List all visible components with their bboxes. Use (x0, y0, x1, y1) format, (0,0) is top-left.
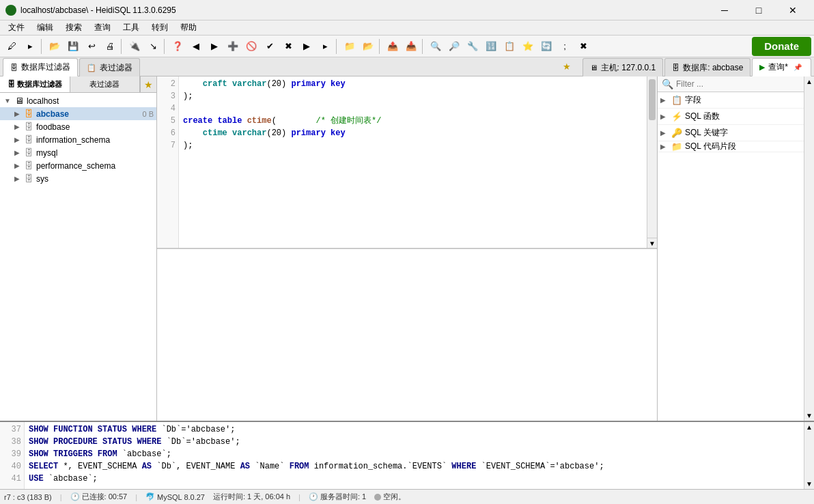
tb-list[interactable]: 📋 (501, 38, 518, 55)
tree-item-information-schema[interactable]: ▶ 🗄 information_schema (0, 133, 156, 146)
tb-wrench[interactable]: 🔧 (464, 38, 481, 55)
sys-icon: 🗄 (25, 173, 33, 184)
tb-prev[interactable]: ◀ (187, 38, 205, 55)
log-line-37: SHOW FUNCTION STATUS WHERE `Db`='abcbase… (29, 423, 800, 436)
close-button[interactable]: ✕ (777, 0, 809, 20)
menu-help[interactable]: 帮助 (175, 20, 202, 35)
mysql-expander: ▶ (12, 148, 22, 158)
tb-undo[interactable]: ↩ (83, 38, 100, 55)
tb-next[interactable]: ▶ (206, 38, 223, 55)
tb-sep-6 (422, 39, 425, 54)
tb-num[interactable]: 🔢 (482, 38, 500, 55)
db2-icon: 🗄 (672, 64, 679, 72)
tree-item-localhost[interactable]: ▼ 🖥 localhost (0, 94, 156, 107)
log-scroll-up[interactable]: ▲ (804, 422, 814, 432)
right-scroll-down[interactable]: ▼ (804, 410, 814, 421)
snippet-icon: 📁 (671, 141, 682, 152)
tab-table-filter-label: 表过滤器 (100, 62, 132, 74)
tb-close[interactable]: ✖ (574, 38, 592, 55)
tb-check[interactable]: ✔ (261, 38, 279, 55)
right-scrollbar[interactable]: ▲ ▼ (804, 76, 814, 421)
snippet-expander: ▶ (660, 143, 669, 150)
tree-item-performance-schema[interactable]: ▶ 🗄 performance_schema (0, 159, 156, 172)
right-scroll-up[interactable]: ▲ (804, 76, 814, 87)
menu-search[interactable]: 搜索 (60, 20, 87, 35)
sidebar-tab-db[interactable]: 🗄 数据库过滤器 (0, 76, 70, 92)
tree-item-foodbase[interactable]: ▶ 🗄 foodbase (0, 120, 156, 133)
maximize-button[interactable]: □ (743, 0, 774, 20)
tab-host[interactable]: 🖥 主机: 127.0.0.1 (583, 58, 664, 76)
rt-item-sql-keywords[interactable]: ▶ 🔑 SQL 关键字 (658, 125, 804, 141)
tab-db-filter[interactable]: 🗄 数据库过滤器 (3, 58, 78, 76)
tb-arrow[interactable]: ▸ (21, 38, 39, 55)
tb-add[interactable]: ➕ (224, 38, 242, 55)
filter-search-icon: 🔍 (662, 79, 673, 89)
tb-open[interactable]: 📂 (46, 38, 64, 55)
rt-item-fields[interactable]: ▶ 📋 字段 (658, 92, 804, 109)
tb-print[interactable]: 🖨 (101, 38, 119, 55)
menu-query[interactable]: 查询 (89, 20, 116, 35)
code-line-7: ); (183, 139, 643, 152)
tb-folder[interactable]: 📁 (341, 38, 359, 55)
tab-table-filter[interactable]: 📋 表过滤器 (79, 58, 140, 76)
tab-query[interactable]: ▶ 查询* 📌 (752, 58, 811, 76)
tree-item-sys[interactable]: ▶ 🗄 sys (0, 172, 156, 185)
filter-input[interactable] (676, 79, 800, 89)
sidebar: 🗄 数据库过滤器 表过滤器 ★ ▼ 🖥 localhost ▶ 🗄 abcbas… (0, 76, 157, 421)
menu-tools[interactable]: 工具 (117, 20, 145, 35)
log-content[interactable]: SHOW FUNCTION STATUS WHERE `Db`='abcbase… (25, 422, 804, 489)
tb-folder2[interactable]: 📂 (359, 38, 377, 55)
log-scroll-down[interactable]: ▼ (804, 479, 814, 489)
log-line-41: USE `abcbase`; (29, 473, 800, 485)
log-linenum-37: 37 (0, 423, 24, 436)
code-editor: 2 3 4 5 6 7 craft varchar(20) primary ke… (157, 76, 657, 249)
log-vscroll[interactable]: ▲ ▼ (804, 422, 814, 489)
tb-semicolon[interactable]: ; (556, 38, 574, 55)
menu-edit[interactable]: 编辑 (31, 20, 59, 35)
code-content[interactable]: craft varchar(20) primary key ); create … (179, 76, 647, 248)
tab-db-label: 数据库: abcbase (683, 62, 743, 74)
perf-label: performance_schema (36, 161, 154, 171)
tb-refresh[interactable]: 🔄 (537, 38, 555, 55)
minimize-button[interactable]: ─ (709, 0, 740, 20)
log-linenum-39: 39 (0, 448, 24, 460)
info-label: information_schema (36, 135, 154, 145)
tb-new[interactable]: 🖊 (3, 38, 20, 55)
statusbar: r7 : c3 (183 B) | 🕐 已连接: 00:57 | 🐬 MySQL… (0, 489, 814, 504)
tb-connect2[interactable]: ↘ (144, 38, 162, 55)
scroll-down[interactable]: ▼ (647, 238, 657, 248)
tb-import[interactable]: 📥 (402, 38, 420, 55)
vscroll-thumb[interactable] (649, 79, 656, 120)
tb-connect[interactable]: 🔌 (126, 38, 143, 55)
tb-delete[interactable]: ✖ (279, 38, 297, 55)
tab-db[interactable]: 🗄 数据库: abcbase (664, 58, 750, 76)
rt-item-sql-functions[interactable]: ▶ ⚡ SQL 函数 (658, 109, 804, 125)
snippet-label: SQL 代码片段 (685, 141, 801, 152)
tb-search2[interactable]: 🔎 (445, 38, 463, 55)
func-icon: ⚡ (671, 111, 682, 122)
tb-cancel[interactable]: 🚫 (242, 38, 260, 55)
fields-icon: 📋 (671, 95, 682, 105)
menu-goto[interactable]: 转到 (146, 20, 173, 35)
sidebar-bookmark[interactable]: ★ (140, 76, 156, 92)
tab-bookmark-btn[interactable]: ★ (558, 58, 576, 76)
tab-query-extra[interactable]: 📌 (791, 61, 804, 74)
tb-run2[interactable]: ▸ (316, 38, 334, 55)
tb-export[interactable]: 📤 (384, 38, 402, 55)
rt-item-sql-snippets[interactable]: ▶ 📁 SQL 代码片段 (658, 141, 804, 152)
tb-help[interactable]: ❓ (169, 38, 186, 55)
editor-scrollbar[interactable]: ▼ (647, 76, 657, 248)
tabbar: 🗄 数据库过滤器 📋 表过滤器 ★ 🖥 主机: 127.0.0.1 🗄 数据库:… (0, 57, 814, 76)
tb-run[interactable]: ▶ (298, 38, 315, 55)
tb-star[interactable]: ⭐ (519, 38, 537, 55)
tb-search[interactable]: 🔍 (427, 38, 445, 55)
log-line-numbers: 37 38 39 40 41 (0, 422, 25, 489)
sidebar-tab-table[interactable]: 表过滤器 (70, 76, 141, 92)
tb-save[interactable]: 💾 (64, 38, 82, 55)
sys-expander: ▶ (12, 174, 22, 184)
tree-item-mysql[interactable]: ▶ 🗄 mysql (0, 146, 156, 159)
status-connected: 🕐 已连接: 00:57 (70, 492, 128, 502)
menu-file[interactable]: 文件 (3, 20, 30, 35)
tree-item-abcbase[interactable]: ▶ 🗄 abcbase 0 B (0, 107, 156, 120)
donate-button[interactable]: Donate (752, 37, 811, 56)
